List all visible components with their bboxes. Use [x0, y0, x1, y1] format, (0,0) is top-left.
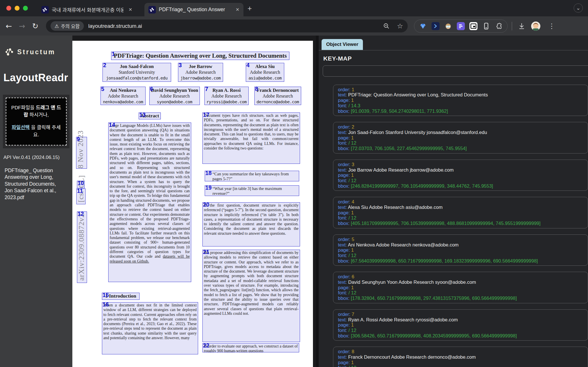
- site-security-chip[interactable]: ⚠ 주의 요함: [51, 21, 84, 31]
- close-tab-icon[interactable]: ✕: [129, 7, 132, 12]
- field-label: page:: [338, 360, 351, 365]
- kebab-menu-icon[interactable]: ⋮: [546, 22, 558, 30]
- field-value: [72.03703, 706.1056, 227.45462999999995,…: [351, 146, 467, 151]
- new-tab-button[interactable]: +: [247, 5, 252, 12]
- annotation-abstract-heading[interactable]: 13 Abstract: [139, 112, 161, 119]
- pdf-dropzone[interactable]: PDF파일을 드래그 앤 드랍 하시거나, 파일선택 을 클릭해 주세요.: [6, 98, 67, 145]
- profile-avatar[interactable]: [531, 22, 540, 31]
- author-affiliation: Adobe Research: [101, 93, 145, 99]
- fullscreen-window-button[interactable]: [23, 6, 28, 11]
- author-email: ryrossi@adobe.com: [205, 99, 248, 105]
- annotation-number: 9: [77, 136, 80, 142]
- field-value: 1: [351, 135, 354, 140]
- annotation-author[interactable]: 5Ani NenkovaAdobe Researchnenkova@adobe.…: [100, 87, 146, 105]
- field-label: bbox:: [338, 108, 351, 114]
- pdf-page[interactable]: 1 PDFTriage: Question Answering over Lon…: [72, 41, 313, 367]
- purple-extension-icon[interactable]: [457, 22, 465, 30]
- field-value: 1: [351, 98, 354, 103]
- entry-field-text: text: Alexa Siu Adobe Research asiu@adob…: [338, 205, 583, 210]
- gem-extension-icon[interactable]: [419, 22, 427, 30]
- browser-toolbar: ← → ↻ ⚠ 주의 요함 layoutreadr.structum.ai ☆: [0, 16, 588, 36]
- minimize-window-button[interactable]: [15, 6, 20, 11]
- annotation-number: 7: [205, 86, 208, 92]
- dropzone-text: 을 클릭해 주세요.: [30, 125, 61, 137]
- field-value: 1: [351, 285, 354, 290]
- annotation-author[interactable]: 3Joe BarrowAdobe Researchjbarrow@adobe.c…: [178, 63, 223, 82]
- face-extension-icon[interactable]: [444, 22, 452, 30]
- annotation-abstract-body[interactable]: 14 Large Language Models (LLMs) have iss…: [108, 123, 191, 282]
- keymap-entry[interactable]: order: 5text: Ani Nenkova Adobe Research…: [333, 234, 588, 266]
- keymap-search-input[interactable]: [323, 65, 588, 77]
- entry-field-text: text: David Seunghyun Yoon Adobe Researc…: [338, 279, 583, 285]
- field-value: 1: [351, 210, 354, 215]
- field-value: / 14.3: [349, 103, 360, 108]
- annotation-paragraph[interactable]: 21We propose addressing this simplificat…: [202, 250, 300, 342]
- reload-button[interactable]: ↻: [29, 22, 42, 30]
- annotation-intro-heading[interactable]: 15 1 Introduction: [102, 293, 140, 300]
- dropzone-text: 하시거나,: [28, 112, 49, 118]
- keymap-entry[interactable]: order: 8text: Franck Dernoncourt Adobe R…: [333, 347, 588, 367]
- keymap-entry[interactable]: order: 7text: Ryan A. Rossi Adobe Resear…: [333, 309, 588, 341]
- annotation-margin-note[interactable]: 12arXiv:2309.08872v2: [77, 211, 87, 283]
- keymap-entry[interactable]: order: 2text: Jon Saad-Falcon Stanford U…: [333, 122, 588, 154]
- annotation-paragraph[interactable]: 17Document types have rich structure, su…: [202, 112, 300, 164]
- field-label: font:: [338, 215, 349, 220]
- annotation-paragraph[interactable]: 18“Can you summarize the key takeaways f…: [205, 171, 299, 181]
- field-value: PDFTriage: Question Answering over Long,…: [348, 92, 488, 97]
- object-viewer-panel: Object Viewer KEY-MAP order: 1text: PDFT…: [316, 36, 588, 367]
- annotation-margin-note[interactable]: 98 Nov 2023: [76, 137, 87, 169]
- keymap-entry[interactable]: order: 6text: David Seunghyun Yoon Adobe…: [333, 272, 588, 303]
- field-value: 5: [352, 237, 354, 242]
- bookmark-star-icon[interactable]: ☆: [397, 22, 403, 30]
- annotation-author[interactable]: 8Franck DernoncourtAdobe Researchdernonc…: [254, 87, 301, 105]
- field-label: text:: [338, 354, 348, 360]
- annotation-title[interactable]: 1 PDFTriage: Question Answering over Lon…: [111, 52, 289, 60]
- field-label: text:: [338, 279, 348, 285]
- tab-search-chevron-icon[interactable]: ⌄: [574, 3, 583, 13]
- keymap-entry[interactable]: order: 4text: Alexa Siu Adobe Research a…: [333, 197, 588, 228]
- annotation-author[interactable]: 4Alexa SiuAdobe Researchasiu@adobe.com: [246, 63, 284, 82]
- back-button[interactable]: ←: [2, 22, 16, 30]
- field-label: font:: [338, 290, 349, 295]
- entry-field-page: page: 1: [338, 247, 583, 253]
- entry-field-order: order: 3: [338, 162, 583, 167]
- file-select-link[interactable]: 파일선택: [12, 125, 30, 130]
- keymap-entry[interactable]: order: 3text: Joe Barrow Adobe Research …: [333, 160, 588, 191]
- bookmark-extension-icon[interactable]: [482, 22, 490, 30]
- tab-pdftriage[interactable]: PDFTriage_ Question Answer ✕: [144, 3, 243, 16]
- annotation-paragraph[interactable]: 22In order to evaluate our approach, we …: [202, 343, 299, 352]
- paragraph-text: In order to evaluate our approach, we co…: [204, 344, 298, 352]
- address-bar[interactable]: ⚠ 주의 요함 layoutreadr.structum.ai ☆: [46, 20, 408, 32]
- structum-favicon: [41, 6, 49, 13]
- entry-field-bbox: bbox: [405.18170999999995, 706.105399999…: [338, 221, 583, 226]
- field-value: 4: [352, 199, 354, 204]
- puzzle-extensions-icon[interactable]: [495, 22, 503, 30]
- download-icon[interactable]: [518, 22, 525, 30]
- annotation-author[interactable]: 6David Seunghyun YoonAdobe Researchsyoon…: [149, 87, 200, 105]
- entry-field-order: order: 7: [338, 312, 583, 317]
- annotation-number: 19: [205, 185, 212, 191]
- shield-extension-icon[interactable]: [432, 22, 440, 30]
- annotation-intro-body[interactable]: 16 When a document does not fit in the l…: [102, 302, 198, 354]
- abstract-text: Large Language Models (LLMs) have issues…: [110, 123, 190, 259]
- field-label: page:: [338, 285, 351, 290]
- entry-field-bbox: bbox: [246.82841999999997, 706.105499999…: [338, 183, 583, 189]
- close-tab-icon[interactable]: ✕: [236, 7, 239, 12]
- zoom-out-icon[interactable]: [383, 23, 390, 30]
- forward-button[interactable]: →: [16, 22, 29, 30]
- annotation-margin-note[interactable]: 11[cs.: [76, 189, 86, 204]
- tab-object-viewer[interactable]: Object Viewer: [322, 39, 363, 50]
- author-name: Ani Nenkova: [101, 87, 145, 93]
- annotation-paragraph[interactable]: 20In the first question, document struct…: [202, 202, 300, 246]
- pip-extension-icon[interactable]: [469, 22, 477, 30]
- field-label: font:: [338, 365, 349, 367]
- annotation-margin-note[interactable]: 10CL]: [77, 181, 85, 188]
- tab-korean-doc[interactable]: 국내 과채류에서 화분매개곤충 이용 ✕: [37, 3, 136, 16]
- field-value: David Seunghyun Yoon Adobe Research syoo…: [348, 279, 476, 285]
- close-window-button[interactable]: [6, 6, 11, 11]
- annotation-paragraph[interactable]: 19“What year [in table 3] has the maximu…: [205, 185, 299, 196]
- app-title: LayoutReadr: [3, 72, 69, 84]
- annotation-author[interactable]: 2Jon Saad-FalconStanford Universityjonsa…: [102, 63, 171, 82]
- keymap-entry[interactable]: order: 1text: PDFTriage: Question Answer…: [333, 85, 588, 116]
- annotation-author[interactable]: 7Ryan A. RossiAdobe Researchryrossi@adob…: [204, 87, 249, 105]
